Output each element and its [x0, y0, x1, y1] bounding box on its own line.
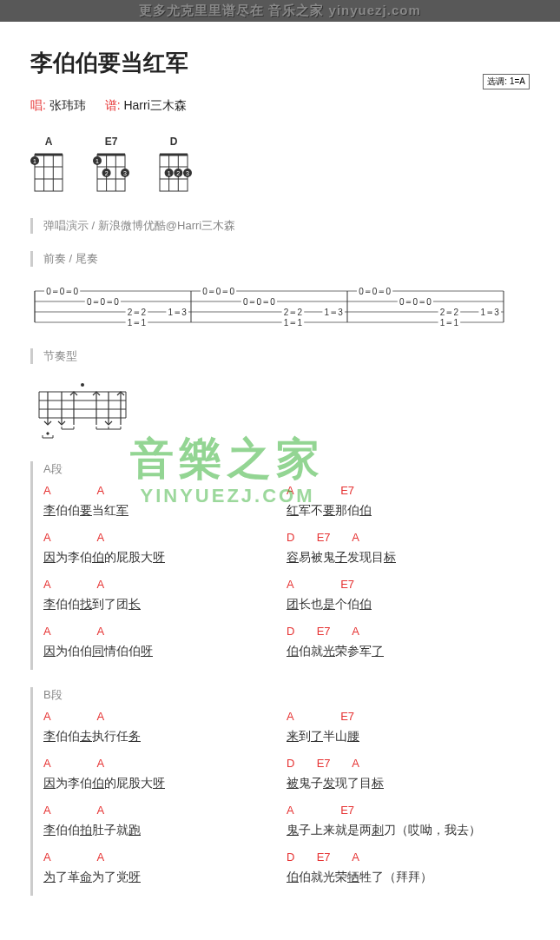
lyric-line: 李伯伯找到了团长 [43, 597, 287, 612]
svg-text:–: – [379, 287, 385, 296]
lyric-line: 被鬼子发现了目标 [287, 776, 530, 791]
svg-text:1: 1 [481, 308, 486, 317]
key-indicator: 选调: 1=A [483, 74, 530, 89]
lyric-line: 因为李伯伯的屁股大呀 [43, 776, 287, 791]
intro-outro-section: 前奏 / 尾奏 [30, 251, 530, 267]
svg-text:1: 1 [453, 318, 458, 328]
svg-text:1: 1 [325, 308, 330, 317]
chord-line: A A [43, 531, 287, 548]
chord-line: A E7 [287, 578, 530, 595]
svg-text:0: 0 [426, 297, 432, 307]
music-sheet: 李伯伯要当红军 选调: 1=A 唱: 张玮玮 谱: Harri三木森 A 1 E… [0, 22, 560, 940]
svg-text:–: – [487, 308, 492, 317]
chord-diagram-E7: E7 1 2 3 [93, 136, 129, 199]
svg-text:–: – [250, 297, 255, 307]
section-B: B段 A AA E7李伯伯去执行任务来到了半山腰A AD E7 A因为李伯伯的屁… [30, 687, 530, 896]
svg-point-153 [47, 433, 49, 434]
lyric-line: 因为伯伯同情伯伯呀 [43, 644, 287, 659]
chord-line: D E7 A [287, 625, 530, 642]
rhythm-label: 节奏型 [43, 348, 530, 364]
chord-line: A A [43, 578, 287, 595]
chord-line: A A [43, 710, 287, 727]
svg-text:–: – [209, 287, 214, 296]
svg-text:0: 0 [229, 287, 234, 296]
fretboard-icon: 1 2 3 [93, 150, 129, 195]
rhythm-section: 节奏型 [30, 348, 530, 364]
chord-diagrams-row: A 1 E7 1 2 3 [30, 136, 530, 199]
svg-text:0: 0 [216, 287, 221, 296]
svg-text:2: 2 [176, 170, 180, 176]
section-A: A段 A AA E7李伯伯要当红军红军不要那伯伯A AD E7 A因为李伯伯的屁… [30, 461, 530, 670]
svg-text:2: 2 [297, 308, 302, 317]
svg-text:0: 0 [87, 297, 92, 307]
lyric-line: 因为李伯伯的屁股大呀 [43, 550, 287, 566]
svg-text:–: – [67, 287, 72, 296]
svg-text:1: 1 [297, 318, 302, 328]
svg-text:0: 0 [359, 287, 364, 296]
lyric-line: 团长也是个伯伯 [287, 597, 530, 612]
svg-text:0: 0 [243, 297, 248, 307]
svg-text:0: 0 [101, 297, 106, 307]
svg-text:–: – [366, 287, 371, 296]
svg-text:0: 0 [413, 297, 418, 307]
singer-name: 张玮玮 [49, 98, 86, 112]
lyric-line: 容易被鬼子发现目标 [287, 550, 530, 566]
svg-text:2: 2 [453, 308, 458, 317]
svg-text:2: 2 [128, 308, 133, 317]
lyric-line: 李伯伯要当红军 [43, 503, 287, 519]
svg-text:3: 3 [181, 308, 187, 317]
chord-line: A E7 [287, 710, 530, 727]
svg-text:0: 0 [202, 287, 208, 296]
svg-text:–: – [107, 297, 112, 307]
lyric-line: 伯伯就光荣牺牲了（拜拜） [287, 870, 530, 885]
svg-text:1: 1 [96, 158, 99, 164]
section-A-label: A段 [43, 461, 530, 477]
lyric-line: 为了革命为了党呀 [43, 870, 287, 885]
svg-text:–: – [291, 308, 296, 317]
chord-line: D E7 A [287, 531, 530, 548]
demo-credit-text: 弹唱演示 / 新浪微博优酷@Harri三木森 [43, 218, 530, 234]
svg-text:0: 0 [399, 297, 405, 307]
transcriber-name: Harri三木森 [123, 98, 186, 112]
svg-text:–: – [447, 318, 452, 328]
svg-text:–: – [175, 308, 180, 317]
lyric-line: 李伯伯拍肚子就跑 [43, 823, 287, 838]
lyric-line: 红军不要那伯伯 [287, 503, 530, 519]
chord-line: A A [43, 757, 287, 774]
chord-line: A A [43, 804, 287, 821]
credits: 唱: 张玮玮 谱: Harri三木森 [30, 98, 530, 114]
intro-outro-label: 前奏 / 尾奏 [43, 251, 530, 267]
song-title: 李伯伯要当红军 [30, 48, 188, 78]
svg-text:–: – [331, 308, 336, 317]
chord-line: A A [43, 625, 287, 642]
tablature-stave: 0–0–00–0–02–21–31–10–0–00–0–02–21–31–10–… [30, 284, 530, 333]
chord-diagram-A: A 1 [30, 136, 67, 199]
svg-text:1: 1 [440, 318, 445, 328]
chord-line: A E7 [287, 484, 530, 501]
chord-line: A A [43, 851, 287, 868]
svg-point-133 [81, 383, 84, 387]
svg-text:–: – [406, 297, 412, 307]
svg-text:3: 3 [123, 170, 127, 176]
svg-text:1: 1 [284, 318, 289, 328]
svg-text:3: 3 [494, 308, 499, 317]
strum-pattern-diagram [30, 381, 530, 446]
svg-text:1: 1 [141, 318, 146, 328]
svg-text:0: 0 [46, 287, 51, 296]
svg-text:0: 0 [73, 287, 78, 296]
svg-text:0: 0 [60, 287, 65, 296]
svg-text:–: – [53, 287, 58, 296]
svg-text:2: 2 [105, 170, 109, 176]
svg-text:0: 0 [114, 297, 119, 307]
svg-text:1: 1 [33, 158, 36, 164]
top-watermark-bar: 更多尤克里里谱尽在 音乐之家 yinyuezj.com [0, 0, 560, 22]
fretboard-icon: 1 2 3 [155, 150, 192, 195]
svg-text:–: – [135, 318, 140, 328]
transcriber-label: 谱: [105, 98, 121, 112]
svg-text:–: – [263, 297, 268, 307]
svg-text:1: 1 [168, 170, 171, 176]
section-B-label: B段 [43, 687, 530, 703]
svg-text:–: – [94, 297, 99, 307]
svg-text:–: – [447, 308, 452, 317]
chord-line: D E7 A [287, 851, 530, 868]
